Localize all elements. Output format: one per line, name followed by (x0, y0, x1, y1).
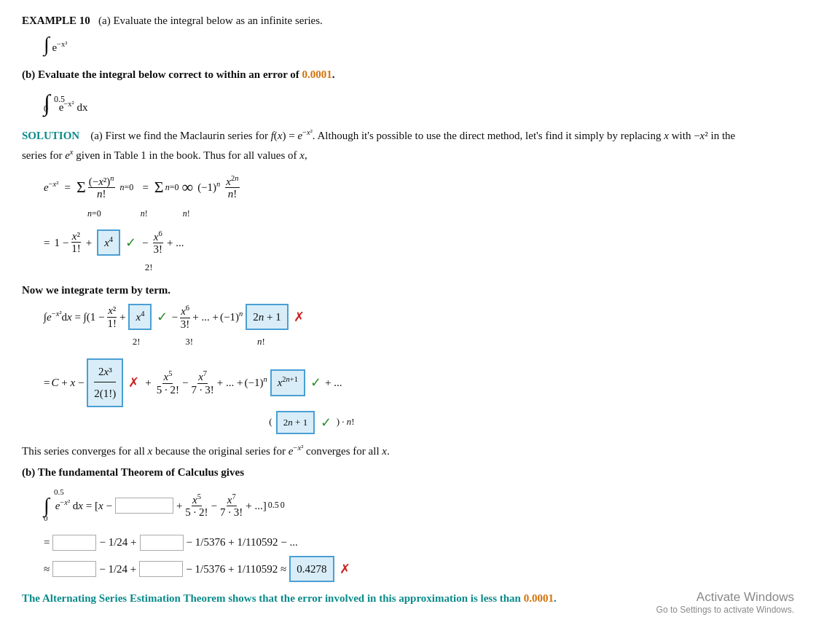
windows-watermark: Activate Windows Go to Settings to activ… (656, 590, 794, 615)
highlight-x4-int: x4 (128, 304, 152, 331)
cross-1: ✗ (294, 305, 305, 329)
sum-limits: n=0 n! n! (87, 205, 794, 222)
example-header: EXAMPLE 10 (a) Evaluate the integral bel… (22, 15, 794, 27)
ftc-row-1: 0.5 ∫ 0 e−x² dx = [x − + x5 5 · 2! − x7 … (44, 486, 794, 525)
integral-b-display: 0.5 ∫ 0 e−x² dx (44, 91, 794, 118)
part-b-title-label: (b) Evaluate the integral below correct … (22, 68, 302, 80)
series-equation: e−x² = Σ (−x²)n n! n=0 = Σ n=0 ∞ (−1)n x… (44, 172, 794, 222)
watermark-sub: Go to Settings to activate Windows. (656, 605, 794, 615)
solution-label: SOLUTION (22, 130, 79, 141)
frac-x5-52b: x5 5 · 2! (184, 492, 208, 519)
integration-equation: ∫e−x²dx = ∫(1 − x² 1! + x4 ✓ − x6 3! + .… (44, 304, 794, 351)
check-2: ✓ (157, 305, 168, 329)
approx-value-text: 0.4278 (297, 563, 326, 575)
part-b-theorem: (b) The fundamental Theorem of Calculus … (22, 466, 794, 479)
solution-text-a: (a) First we find the Maclaurin series f… (90, 130, 735, 141)
example-number: EXAMPLE 10 (22, 15, 90, 26)
input-box-3[interactable] (140, 535, 184, 551)
check-4: ✓ (321, 415, 332, 430)
input-box-4[interactable] (52, 561, 96, 577)
highlight-x2np1: x2n+1 (270, 369, 305, 396)
input-box-1[interactable] (115, 498, 173, 514)
comp-row-2: ≈ − 1/24 + − 1/5376 + 1/110592 ≈ 0.4278 … (44, 556, 794, 583)
e-neg-x2: e−x² (44, 177, 58, 198)
ftc-lower: 0 (44, 511, 48, 526)
period-after-error: . (332, 68, 335, 80)
integrand-a: e−x² (52, 42, 67, 53)
cross-final: ✗ (340, 557, 350, 581)
lower-limit-b: 0 (44, 101, 48, 117)
frac-neg-x2-n: (−x²)n n! (88, 174, 115, 200)
highlight-2np1-den: 2n + 1 (276, 411, 315, 435)
sigma-2: Σ (154, 172, 164, 203)
upper-limit-b: 0.5 (54, 91, 65, 108)
frac-x2-1i: x² 1! (106, 305, 117, 329)
highlight-2np1: 2n + 1 (246, 304, 288, 331)
error-value: 0.0001 (302, 68, 332, 80)
solution-section: SOLUTION (a) First we find the Maclaurin… (22, 126, 794, 165)
with-word: with (672, 130, 691, 141)
input-box-2[interactable] (52, 535, 96, 551)
highlight-2x3-21: 2x³ 2(1!) (87, 358, 123, 407)
cross-2: ✗ (128, 370, 139, 395)
integral-a-display: ∫ e−x² (44, 34, 794, 58)
neg-one-n-int: (−1)n (220, 307, 243, 328)
frac-x7-73: x7 7 · 3! (191, 369, 215, 396)
watermark-title: Activate Windows (656, 590, 794, 605)
expanded-row: = 1 − x² 1! + x4 ✓ − x6 3! + ... (44, 229, 794, 256)
highlight-x4: x4 (97, 229, 120, 256)
now-integrate-text: Now we integrate term by term. (22, 284, 794, 297)
int-expr: ∫e−x²dx = ∫(1 − (44, 307, 104, 328)
part-b-header-text: (b) Evaluate the integral below correct … (22, 68, 794, 81)
frac-x2n: x2n n! (225, 174, 239, 200)
sum-upper-inf: ∞ (181, 172, 193, 203)
series-row-1: e−x² = Σ (−x²)n n! n=0 = Σ n=0 ∞ (−1)n x… (44, 172, 794, 203)
expanded-series: = 1 − x² 1! + x4 ✓ − x6 3! + ... 2! (44, 229, 794, 277)
sigma-1: Σ (76, 172, 86, 203)
int-result-den: ( 2n + 1 ✓ ) · n! (153, 410, 794, 435)
eval-upper: 0.5 (268, 497, 279, 514)
converges-text: This series converges for all x because … (22, 444, 794, 458)
ftc-integral-wrapper: 0.5 ∫ 0 (44, 486, 50, 525)
ftc-equation: 0.5 ∫ 0 e−x² dx = [x − + x5 5 · 2! − x7 … (44, 486, 794, 525)
frac-x6-3i: x6 3! (180, 304, 191, 330)
part-a-title: (a) Evaluate the integral below as an in… (98, 15, 323, 26)
check-1: ✓ (125, 230, 136, 255)
eval-lower: 0 (280, 497, 285, 514)
frac-x7-73b: x7 7 · 3! (219, 492, 243, 519)
input-box-5[interactable] (139, 561, 183, 577)
frac-x2-1: x² 1! (71, 230, 82, 255)
term-1: 1 − (54, 232, 68, 254)
int-result: = C + x − 2x³ 2(1!) ✗ + x5 5 · 2! − x7 7… (44, 358, 794, 435)
error-threshold: 0.0001 (524, 592, 554, 604)
int-result-row: = C + x − 2x³ 2(1!) ✗ + x5 5 · 2! − x7 7… (44, 358, 794, 407)
denominators-1: 2! (109, 259, 794, 277)
comp-row-1: = − 1/24 + − 1/5376 + 1/110592 − ... (44, 532, 794, 553)
int-denominators: 2! 3! n! (87, 333, 794, 351)
computation-rows: = − 1/24 + − 1/5376 + 1/110592 − ... ≈ −… (44, 532, 794, 582)
solution-text-a-cont: series for ex given in Table 1 in the bo… (22, 149, 307, 161)
highlight-approx-value: 0.4278 (289, 556, 334, 583)
int-row-1: ∫e−x²dx = ∫(1 − x² 1! + x4 ✓ − x6 3! + .… (44, 304, 794, 331)
integral-symbol-a: ∫ (44, 33, 50, 55)
ftc-upper: 0.5 (54, 484, 64, 500)
check-3: ✓ (310, 370, 321, 395)
neg-one-n: (−1)n (197, 177, 220, 198)
integral-b-symbol-wrapper: 0.5 ∫ 0 (44, 91, 50, 118)
sum-index-2: n=0 (165, 179, 179, 196)
frac-x6-3: x6 3! (153, 229, 164, 256)
frac-x5-52: x5 5 · 2! (156, 369, 180, 396)
